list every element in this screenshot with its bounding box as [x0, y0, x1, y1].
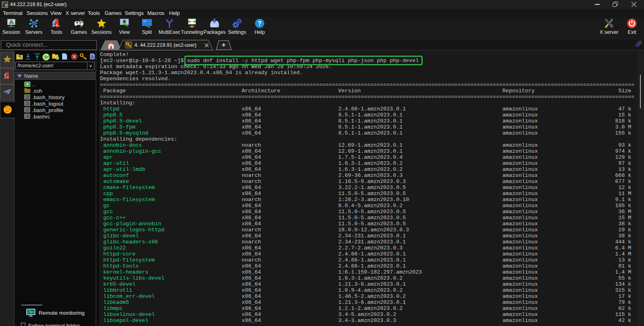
svg-text:?: ? [258, 20, 262, 27]
svg-text:A: A [91, 54, 94, 59]
